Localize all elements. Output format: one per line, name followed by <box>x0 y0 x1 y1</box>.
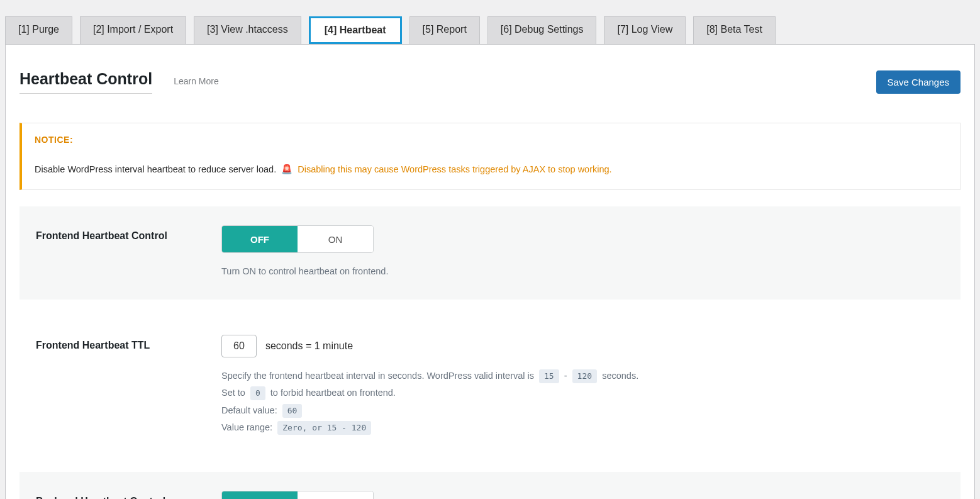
tab-import-export[interactable]: [2] Import / Export <box>80 16 186 44</box>
setting-desc: Specify the frontend heartbeat interval … <box>221 367 944 437</box>
notice-text-1: Disable WordPress interval heartbeat to … <box>35 164 276 174</box>
toggle-off[interactable]: OFF <box>222 226 298 252</box>
frontend-ttl-input[interactable] <box>221 335 257 357</box>
notice-box: NOTICE: Disable WordPress interval heart… <box>19 123 961 190</box>
tab-label: [1] Purge <box>18 24 59 35</box>
setting-label: Frontend Heartbeat Control <box>36 225 221 242</box>
ttl-desc-c: Default value: <box>221 405 277 415</box>
tab-label: [8] Beta Test <box>706 24 762 35</box>
notice-body: Disable WordPress interval heartbeat to … <box>35 162 947 177</box>
tab-heartbeat[interactable]: [4] Heartbeat <box>309 16 402 44</box>
ttl-desc-a: Specify the frontend heartbeat interval … <box>221 371 534 381</box>
tab-log-view[interactable]: [7] Log View <box>604 16 686 44</box>
tab-label: [4] Heartbeat <box>325 25 386 35</box>
dash: - <box>564 371 567 381</box>
title-row: Heartbeat Control Learn More Save Change… <box>19 70 961 94</box>
toggle-off[interactable]: OFF <box>222 491 298 499</box>
chip-zero: 0 <box>250 386 265 400</box>
notice-text-2: Disabling this may cause WordPress tasks… <box>298 164 611 174</box>
ttl-desc-b-tail: to forbid heartbeat on frontend. <box>270 388 396 398</box>
notice-heading: NOTICE: <box>35 135 947 145</box>
tab-purge[interactable]: [1] Purge <box>5 16 72 44</box>
alarm-icon: 🚨 <box>281 164 292 174</box>
toggle-on[interactable]: ON <box>298 226 373 252</box>
settings-panel: Heartbeat Control Learn More Save Change… <box>5 44 975 499</box>
tab-label: [2] Import / Export <box>93 24 173 35</box>
save-button[interactable]: Save Changes <box>876 70 961 94</box>
page-title: Heartbeat Control <box>19 70 152 94</box>
chip-default: 60 <box>282 404 303 418</box>
setting-label: Frontend Heartbeat TTL <box>36 335 221 351</box>
learn-more-link[interactable]: Learn More <box>174 76 219 86</box>
ttl-desc-d: Value range: <box>221 422 272 432</box>
tab-debug-settings[interactable]: [6] Debug Settings <box>487 16 597 44</box>
section-frontend-control: Frontend Heartbeat Control OFF ON Turn O… <box>19 206 961 300</box>
setting-label: Backend Heartbeat Control <box>36 491 221 499</box>
backend-control-toggle: OFF ON <box>221 491 374 499</box>
tab-label: [5] Report <box>423 24 467 35</box>
tab-view-htaccess[interactable]: [3] View .htaccess <box>194 16 301 44</box>
section-frontend-ttl: Frontend Heartbeat TTL seconds = 1 minut… <box>19 316 961 456</box>
toggle-on[interactable]: ON <box>298 491 373 499</box>
chip-min: 15 <box>539 369 559 383</box>
tab-label: [7] Log View <box>617 24 672 35</box>
ttl-desc-b: Set to <box>221 388 245 398</box>
chip-range: Zero, or 15 - 120 <box>277 421 371 435</box>
ttl-unit: seconds = 1 minute <box>265 340 353 351</box>
tab-strip: [1] Purge [2] Import / Export [3] View .… <box>0 0 980 44</box>
tab-beta-test[interactable]: [8] Beta Test <box>693 16 776 44</box>
ttl-desc-a-tail: seconds. <box>602 371 638 381</box>
frontend-control-toggle: OFF ON <box>221 225 374 253</box>
tab-report[interactable]: [5] Report <box>409 16 480 44</box>
section-backend-control: Backend Heartbeat Control OFF ON Turn ON… <box>19 472 961 499</box>
chip-max: 120 <box>572 369 597 383</box>
setting-desc: Turn ON to control heartbeat on frontend… <box>221 263 944 281</box>
tab-label: [6] Debug Settings <box>501 24 584 35</box>
tab-label: [3] View .htaccess <box>207 24 288 35</box>
